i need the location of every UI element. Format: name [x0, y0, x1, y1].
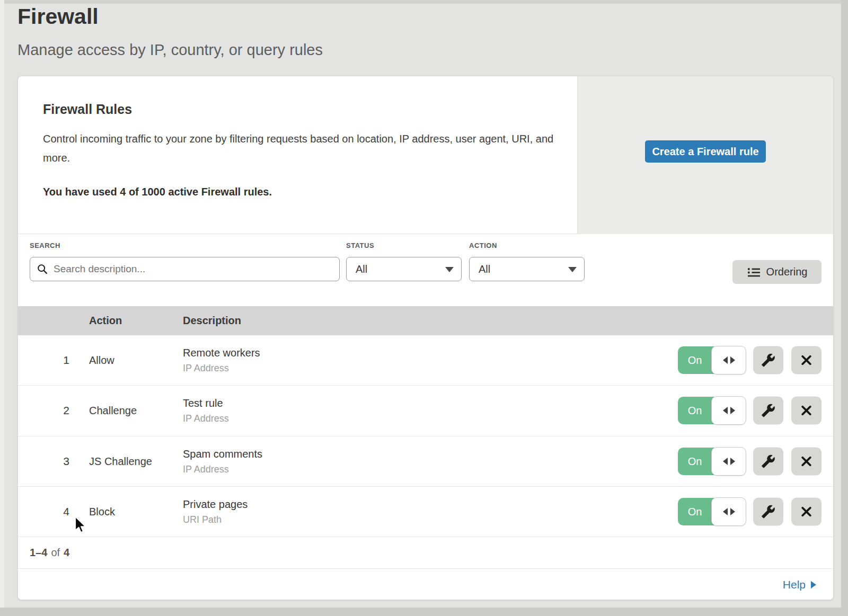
rules-usage-text: You have used 4 of 1000 active Firewall …: [43, 186, 272, 198]
edit-rule-button[interactable]: [753, 447, 783, 475]
help-link-label: Help: [783, 578, 806, 591]
rule-match-type: IP Address: [183, 363, 260, 374]
delete-rule-button[interactable]: [791, 397, 822, 425]
x-icon: [800, 354, 813, 367]
ordered-list-icon: [747, 266, 761, 279]
ordering-button-label: Ordering: [766, 266, 808, 278]
action-label: ACTION: [469, 242, 497, 249]
page-edge-left: [0, 0, 4, 616]
rule-enabled-toggle[interactable]: On: [678, 397, 746, 424]
right-arrow-icon: [730, 458, 735, 465]
rule-priority: 3: [18, 455, 69, 468]
magnifier-icon: [37, 263, 48, 275]
wrench-icon: [761, 404, 775, 418]
rule-enabled-toggle[interactable]: On: [678, 448, 746, 475]
ordering-button[interactable]: Ordering: [732, 260, 822, 284]
rule-description-cell: Spam comments IP Address: [183, 448, 262, 475]
wrench-icon: [761, 353, 775, 368]
toggle-knob[interactable]: [711, 447, 746, 476]
rule-priority: 2: [18, 404, 69, 417]
firewall-rules-card: Firewall Rules Control incoming traffic …: [17, 76, 834, 600]
right-arrow-icon: [730, 356, 735, 364]
search-field-wrap: [30, 257, 340, 281]
rule-enabled-toggle[interactable]: On: [678, 498, 746, 525]
delete-rule-button[interactable]: [791, 346, 822, 374]
firewall-rule-row: 3 JS Challenge Spam comments IP Address …: [18, 436, 833, 487]
page-subtitle: Manage access by IP, country, or query r…: [17, 41, 323, 59]
delete-rule-button[interactable]: [791, 447, 822, 475]
card-footer: Help: [18, 569, 833, 600]
pagination-of: of: [51, 547, 60, 559]
left-arrow-icon: [723, 458, 728, 465]
left-arrow-icon: [723, 508, 728, 515]
rules-card-description: Control incoming traffic to your zone by…: [43, 129, 565, 167]
rule-action: Challenge: [89, 405, 137, 417]
page-edge-top: [0, 0, 848, 4]
x-icon: [800, 505, 813, 518]
column-header-action: Action: [89, 315, 122, 327]
rule-description-cell: Test rule IP Address: [183, 397, 229, 424]
pagination-range: 1–4: [30, 547, 47, 559]
rules-intro-section: Firewall Rules Control incoming traffic …: [18, 76, 833, 234]
x-icon: [800, 454, 813, 468]
rules-table-header: Action Description: [18, 306, 833, 335]
rule-description: Private pages: [183, 498, 248, 510]
pagination-total: 4: [64, 547, 69, 559]
action-select[interactable]: All: [469, 257, 585, 281]
edit-rule-button[interactable]: [753, 397, 783, 425]
toggle-on-label: On: [678, 498, 712, 525]
rule-priority: 1: [18, 354, 69, 367]
rule-match-type: URI Path: [183, 514, 248, 525]
status-label: STATUS: [346, 242, 374, 249]
chevron-down-icon: [445, 267, 454, 272]
firewall-rule-row: 2 Challenge Test rule IP Address On: [18, 386, 833, 436]
page-title: Firewall: [17, 4, 99, 29]
search-label: SEARCH: [30, 242, 60, 249]
status-select[interactable]: All: [346, 257, 462, 281]
firewall-rule-row: 4 Block Private pages URI Path On: [18, 487, 833, 537]
wrench-icon: [761, 454, 775, 468]
rule-description: Spam comments: [183, 448, 262, 460]
left-arrow-icon: [723, 407, 728, 414]
rule-description-cell: Remote workers IP Address: [183, 347, 260, 374]
action-select-value: All: [479, 263, 490, 275]
rule-priority: 4: [18, 505, 69, 518]
edit-rule-button[interactable]: [753, 346, 783, 374]
rules-table-body: 1 Allow Remote workers IP Address On: [18, 335, 833, 537]
edit-rule-button[interactable]: [753, 497, 783, 525]
triangle-right-icon: [811, 581, 816, 588]
rule-match-type: IP Address: [183, 413, 229, 424]
pagination-row: 1–4 of 4: [18, 537, 833, 569]
toggle-on-label: On: [678, 397, 712, 424]
delete-rule-button[interactable]: [791, 497, 822, 525]
rules-card-heading: Firewall Rules: [43, 102, 132, 117]
toggle-on-label: On: [678, 346, 712, 374]
rule-match-type: IP Address: [183, 463, 262, 475]
page-edge-bottom: [0, 608, 848, 616]
wrench-icon: [761, 504, 775, 519]
column-header-description: Description: [183, 315, 241, 327]
search-input[interactable]: [30, 257, 340, 281]
create-rule-panel: Create a Firewall rule: [577, 76, 833, 234]
right-arrow-icon: [730, 508, 735, 515]
rule-description: Test rule: [183, 397, 229, 409]
toggle-on-label: On: [678, 448, 712, 475]
rule-action: Block: [89, 505, 115, 517]
firewall-rule-row: 1 Allow Remote workers IP Address On: [18, 335, 833, 386]
toggle-knob[interactable]: [711, 497, 746, 526]
status-select-value: All: [356, 263, 367, 275]
rule-description-cell: Private pages URI Path: [183, 498, 248, 525]
rule-description: Remote workers: [183, 347, 260, 359]
rule-action: JS Challenge: [89, 455, 152, 467]
chevron-down-icon: [568, 267, 577, 272]
filters-bar: SEARCH STATUS All ACTION All: [18, 235, 833, 306]
help-link[interactable]: Help: [783, 578, 816, 591]
left-arrow-icon: [723, 356, 728, 364]
x-icon: [800, 404, 813, 417]
toggle-knob[interactable]: [711, 396, 746, 425]
toggle-knob[interactable]: [711, 346, 746, 374]
rule-enabled-toggle[interactable]: On: [678, 346, 746, 374]
rule-action: Allow: [89, 354, 114, 367]
right-arrow-icon: [730, 407, 735, 414]
create-firewall-rule-button[interactable]: Create a Firewall rule: [645, 140, 766, 163]
